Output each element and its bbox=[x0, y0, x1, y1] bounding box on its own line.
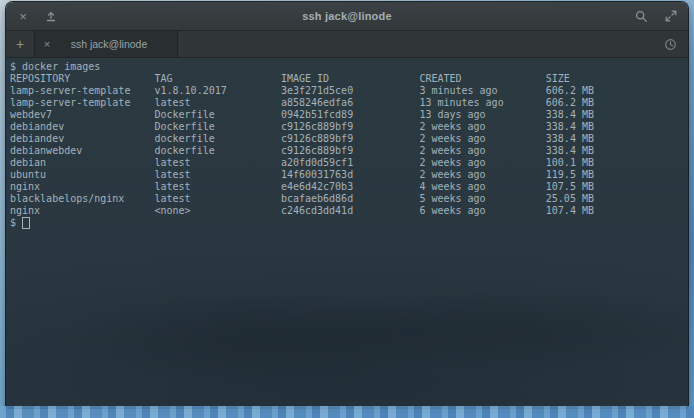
table-cell: 2 weeks ago bbox=[419, 145, 545, 157]
table-cell: e4e6d42c70b3 bbox=[281, 181, 419, 193]
table-cell: 4 weeks ago bbox=[419, 181, 545, 193]
table-cell: 338.4 MB bbox=[546, 121, 594, 133]
command-line: $ docker images bbox=[10, 61, 684, 73]
table-cell: c9126c889bf9 bbox=[281, 145, 419, 157]
titlebar[interactable]: × ssh jack@linode bbox=[6, 2, 688, 31]
table-cell: 13 minutes ago bbox=[419, 97, 545, 109]
table-cell: a858246edfa6 bbox=[281, 97, 419, 109]
table-cell: debiandev bbox=[10, 133, 154, 145]
table-cell: 338.4 MB bbox=[546, 145, 594, 157]
table-cell: 338.4 MB bbox=[546, 109, 594, 121]
window-title: ssh jack@linode bbox=[6, 10, 688, 22]
table-cell: 0942b51fcd89 bbox=[281, 109, 419, 121]
table-cell: Dockerfile bbox=[154, 109, 280, 121]
table-cell: 2 weeks ago bbox=[419, 157, 545, 169]
table-row: nginx<none>c246cd3dd41d6 weeks ago107.4 … bbox=[10, 205, 684, 217]
tab-close-button[interactable]: × bbox=[35, 38, 59, 50]
table-header-cell: CREATED bbox=[419, 73, 545, 85]
table-row: lamp-server-templatelatesta858246edfa613… bbox=[10, 97, 684, 109]
tab-label: ssh jack@linode bbox=[59, 38, 177, 50]
table-cell: 25.05 MB bbox=[546, 193, 594, 205]
table-cell: ubuntu bbox=[10, 169, 154, 181]
table-cell: debiandev bbox=[10, 121, 154, 133]
table-cell: 606.2 MB bbox=[546, 85, 594, 97]
table-cell: webdev7 bbox=[10, 109, 154, 121]
table-cell: c246cd3dd41d bbox=[281, 205, 419, 217]
table-cell: blacklabelops/nginx bbox=[10, 193, 154, 205]
terminal-table: REPOSITORYTAGIMAGE IDCREATEDSIZElamp-ser… bbox=[10, 73, 684, 217]
table-cell: latest bbox=[154, 169, 280, 181]
table-cell: 13 days ago bbox=[419, 109, 545, 121]
table-row: nginxlateste4e6d42c70b34 weeks ago107.5 … bbox=[10, 181, 684, 193]
history-button[interactable] bbox=[658, 31, 682, 57]
table-cell: Dockerfile bbox=[154, 121, 280, 133]
maximize-window-button[interactable] bbox=[42, 7, 60, 25]
table-cell: 3 minutes ago bbox=[419, 85, 545, 97]
table-cell: debianwebdev bbox=[10, 145, 154, 157]
terminal-cursor bbox=[22, 217, 30, 229]
table-cell: 606.2 MB bbox=[546, 97, 594, 109]
table-cell: 100.1 MB bbox=[546, 157, 594, 169]
maximize-icon bbox=[45, 10, 57, 22]
tab-ssh-session[interactable]: × ssh jack@linode bbox=[34, 31, 178, 57]
fullscreen-icon bbox=[665, 10, 677, 22]
table-cell: latest bbox=[154, 193, 280, 205]
table-header-cell: TAG bbox=[154, 73, 280, 85]
table-cell: dockerfile bbox=[154, 145, 280, 157]
fullscreen-button[interactable] bbox=[662, 7, 680, 25]
new-tab-button[interactable]: + bbox=[6, 31, 34, 57]
table-header-cell: IMAGE ID bbox=[281, 73, 419, 85]
table-cell: 3e3f271d5ce0 bbox=[281, 85, 419, 97]
table-cell: c9126c889bf9 bbox=[281, 121, 419, 133]
table-header-row: REPOSITORYTAGIMAGE IDCREATEDSIZE bbox=[10, 73, 684, 85]
table-header-cell: REPOSITORY bbox=[10, 73, 154, 85]
table-cell: c9126c889bf9 bbox=[281, 133, 419, 145]
table-cell: 6 weeks ago bbox=[419, 205, 545, 217]
table-cell: 107.4 MB bbox=[546, 205, 594, 217]
prompt-line: $ bbox=[10, 217, 684, 229]
table-cell: 2 weeks ago bbox=[419, 169, 545, 181]
table-row: lamp-server-templatev1.8.10.20173e3f271d… bbox=[10, 85, 684, 97]
table-cell: v1.8.10.2017 bbox=[154, 85, 280, 97]
table-cell: 5 weeks ago bbox=[419, 193, 545, 205]
table-row: ubuntulatest14f60031763d2 weeks ago119.5… bbox=[10, 169, 684, 181]
history-icon bbox=[664, 38, 677, 51]
table-cell: bcafaeb6d86d bbox=[281, 193, 419, 205]
search-button[interactable] bbox=[632, 7, 650, 25]
table-row: debiandevdockerfilec9126c889bf92 weeks a… bbox=[10, 133, 684, 145]
table-cell: latest bbox=[154, 181, 280, 193]
titlebar-right-buttons bbox=[632, 7, 680, 25]
table-header-cell: SIZE bbox=[546, 73, 570, 85]
table-cell: 338.4 MB bbox=[546, 133, 594, 145]
table-cell: <none> bbox=[154, 205, 280, 217]
table-cell: latest bbox=[154, 97, 280, 109]
table-cell: a20fd0d59cf1 bbox=[281, 157, 419, 169]
search-icon bbox=[635, 10, 648, 23]
tab-bar: + × ssh jack@linode bbox=[6, 31, 688, 58]
table-cell: debian bbox=[10, 157, 154, 169]
table-cell: nginx bbox=[10, 181, 154, 193]
table-cell: nginx bbox=[10, 205, 154, 217]
table-cell: 119.5 MB bbox=[546, 169, 594, 181]
table-row: debianlatesta20fd0d59cf12 weeks ago100.1… bbox=[10, 157, 684, 169]
table-cell: 107.5 MB bbox=[546, 181, 594, 193]
desktop-wallpaper: × ssh jack@linode bbox=[0, 0, 694, 418]
table-row: debiandevDockerfilec9126c889bf92 weeks a… bbox=[10, 121, 684, 133]
terminal-screen[interactable]: $ docker images REPOSITORYTAGIMAGE IDCRE… bbox=[6, 58, 688, 408]
prompt: $ bbox=[10, 217, 16, 229]
table-cell: dockerfile bbox=[154, 133, 280, 145]
table-cell: 2 weeks ago bbox=[419, 121, 545, 133]
table-cell: 2 weeks ago bbox=[419, 133, 545, 145]
table-cell: lamp-server-template bbox=[10, 97, 154, 109]
close-window-button[interactable]: × bbox=[14, 7, 32, 25]
table-cell: 14f60031763d bbox=[281, 169, 419, 181]
close-icon: × bbox=[19, 10, 27, 23]
table-row: debianwebdevdockerfilec9126c889bf92 week… bbox=[10, 145, 684, 157]
table-cell: lamp-server-template bbox=[10, 85, 154, 97]
table-row: blacklabelops/nginxlatestbcafaeb6d86d5 w… bbox=[10, 193, 684, 205]
terminal-window: × ssh jack@linode bbox=[6, 2, 688, 408]
titlebar-left-buttons: × bbox=[14, 7, 60, 25]
table-row: webdev7Dockerfile0942b51fcd8913 days ago… bbox=[10, 109, 684, 121]
table-cell: latest bbox=[154, 157, 280, 169]
